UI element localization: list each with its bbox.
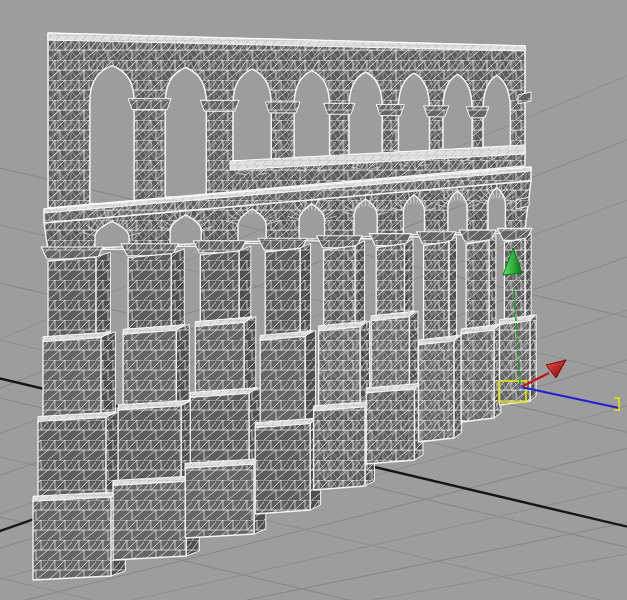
pier [255,238,320,514]
pier-side-face [355,241,365,326]
pier-block-wire [195,322,244,397]
pier-side-face [96,252,111,337]
pier-block [48,257,96,341]
upper-pier-capital [466,107,489,118]
pier-side-face-wire-dense [454,335,462,438]
pier-block-wire [200,251,239,326]
pier-block [366,388,414,464]
pier-block-wire [190,392,249,467]
pier-block-wire [48,257,96,341]
upper-pier-capital [128,99,171,110]
pier-side-face [176,324,189,405]
pier-side-face [404,239,413,316]
pier-block-wire [43,337,101,421]
pier-block-wire-dense [461,329,494,422]
pier-block-wire [33,496,111,580]
pier-side-face-wire [171,249,184,330]
pier-block-wire-dense [371,316,409,392]
pier-block [260,335,305,426]
pier-block [185,463,254,538]
pier-block [43,337,101,421]
upper-pier-capital [324,103,355,114]
pier-side-face-wire [244,317,256,393]
pier-side-face-wire-dense [404,239,413,316]
pier-block [324,246,355,330]
pier-block-wire-dense [366,388,414,464]
pier-side-face-wire [176,324,189,405]
pier-block [376,244,404,320]
pier-side-face-wire [300,243,311,335]
pier-block-wire [185,463,254,538]
pier-block-wire-dense [376,244,404,320]
viewport-canvas[interactable] [0,0,627,600]
pier-block [33,496,111,580]
pier-block [190,392,249,467]
pier-block-wire-dense [324,246,355,330]
pier-block [371,316,409,392]
pier-side-face-wire-dense [409,311,418,388]
pier-block [118,405,181,485]
pier-block [419,340,454,442]
pier-side-face-wire [96,252,111,337]
pier-block [461,329,494,422]
pier-block-wire [118,405,181,485]
viewport[interactable] [0,0,627,600]
pier-side-face [525,233,531,319]
pier-side-face [101,332,116,417]
pier-block [314,406,365,490]
pier-side-face [171,249,184,330]
pier-block [123,329,176,409]
pier-side-face-wire [101,332,116,417]
pier-block [255,423,310,514]
pier-side-face-wire-dense [489,235,496,329]
pier-block-wire-dense [424,242,449,344]
pier-block-wire [265,248,300,339]
pier-block-wire [255,423,310,514]
pier-block [200,251,239,326]
pier-side-face-wire [239,246,251,322]
pier-block-wire [123,329,176,409]
pier-block [195,322,244,397]
upper-pier-capital-wire [324,103,355,114]
pier-side-face [300,243,311,335]
pier-block-wire-dense [314,406,365,490]
pier-side-face-wire-dense [449,237,457,340]
gizmo-origin-dot [519,385,522,388]
pier-block-wire [128,254,171,334]
pier-block [466,240,489,333]
pier-block [128,254,171,334]
pier-side-face [409,311,418,388]
pier-block [113,480,186,560]
pier-side-face-wire-dense [355,241,365,326]
pier-block [424,242,449,344]
pier-side-face [489,235,496,329]
upper-pier-capital [424,106,449,117]
upper-pier-capital-wire [265,102,300,113]
upper-pier-capital-wire [376,105,404,116]
upper-pier-capital [200,100,239,111]
pier-block-wire [38,417,106,501]
pier-block-wire-dense [419,340,454,442]
pier-side-face [530,315,536,401]
pier-block [38,417,106,501]
pier-side-face-wire-dense [530,315,536,401]
pier-side-face [454,335,462,438]
pier-block-wire-dense [466,240,489,333]
pier-side-face-wire-dense [525,233,531,319]
pier-block-wire [113,480,186,560]
upper-pier-capital-wire [200,100,239,111]
upper-pier-capital [265,102,300,113]
pier-block-wire-dense [319,326,360,410]
pier-side-face [239,246,251,322]
pier-block [265,248,300,339]
pier-block [319,326,360,410]
pier-side-face [449,237,457,340]
pier-block-wire [260,335,305,426]
upper-pier-capital-wire [128,99,171,110]
upper-pier-capital [376,105,404,116]
pier-side-face [244,317,256,393]
pier [417,232,462,442]
